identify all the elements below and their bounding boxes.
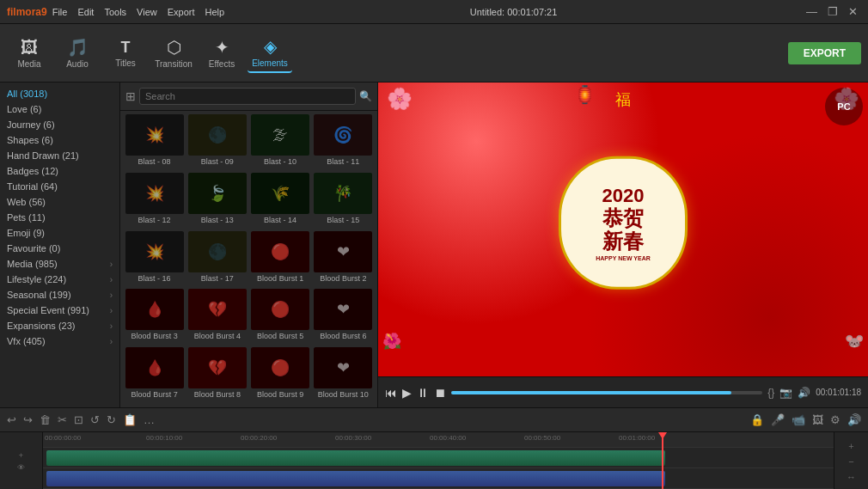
add-track-icon[interactable]: + <box>19 451 23 460</box>
timeline-zoom-out[interactable]: − <box>848 456 853 467</box>
camera-icon[interactable]: 📹 <box>792 413 805 426</box>
cut-icon[interactable]: ✂ <box>58 413 67 426</box>
toolbar-audio[interactable]: 🎵 Audio <box>55 34 100 72</box>
sidebar-item-web[interactable]: Web (56) <box>0 194 119 210</box>
grid-item[interactable]: 🩸 Blood Burst 7 <box>124 347 185 404</box>
crop-icon[interactable]: ⊡ <box>74 413 83 426</box>
grid-item[interactable]: 💥 Blast - 08 <box>124 114 185 171</box>
happy-new-year-text: HAPPY NEW YEAR <box>596 255 651 261</box>
sidebar-item-media[interactable]: Media (985) › <box>0 256 119 272</box>
maximize-icon[interactable]: ❐ <box>824 5 841 18</box>
minimize-icon[interactable]: — <box>803 5 821 18</box>
grid-item-label: Blast - 14 <box>251 214 309 226</box>
grid-item[interactable]: 🌾 Blast - 14 <box>250 173 311 229</box>
sidebar-item-all[interactable]: All (3018) <box>0 86 119 101</box>
skip-back-button[interactable]: ⏮ <box>385 386 397 400</box>
effects-icon: ✦ <box>215 37 229 58</box>
redo-icon[interactable]: ↪ <box>23 413 33 426</box>
export-button[interactable]: EXPORT <box>788 42 861 64</box>
audio-clip[interactable] <box>46 471 665 486</box>
sidebar-item-vfx[interactable]: Vfx (405) › <box>0 333 119 349</box>
rotate-left-icon[interactable]: ↺ <box>90 413 100 426</box>
menu-view[interactable]: View <box>137 7 157 17</box>
search-input[interactable] <box>139 88 356 105</box>
scissors-icon[interactable]: {} <box>767 387 774 399</box>
grid-item[interactable]: 🌫 Blast - 10 <box>250 114 311 171</box>
mic-icon[interactable]: 🎤 <box>771 413 785 426</box>
grid-item[interactable]: 💔 Blood Burst 8 <box>186 347 248 404</box>
lock-icon[interactable]: 🔒 <box>750 413 764 426</box>
snapshot-timeline-icon[interactable]: 🖼 <box>812 413 823 426</box>
snapshot-icon[interactable]: 📷 <box>779 387 792 399</box>
grid-thumb: ❤ <box>314 289 372 330</box>
grid-item[interactable]: 🌑 Blast - 09 <box>186 114 248 171</box>
sidebar-item-pets[interactable]: Pets (11) <box>0 210 119 225</box>
timeline-fit[interactable]: ↔ <box>847 472 856 482</box>
sidebar-item-lifestyle[interactable]: Lifestyle (224) › <box>0 272 119 287</box>
playhead[interactable] <box>662 432 663 489</box>
search-icon[interactable]: 🔍 <box>359 90 372 102</box>
sidebar-item-tutorial[interactable]: Tutorial (64) <box>0 179 119 194</box>
ruler-mark-6: 00:01:00:00 <box>619 434 655 442</box>
menu-file[interactable]: File <box>52 7 68 17</box>
arrow-icon: › <box>110 321 113 331</box>
close-icon[interactable]: ✕ <box>845 5 861 18</box>
year-number: 2020 <box>602 185 645 207</box>
sidebar-item-expansions[interactable]: Expansions (23) › <box>0 318 119 333</box>
play-button[interactable]: ▶ <box>402 386 412 400</box>
sidebar-item-handdrawn[interactable]: Hand Drawn (21) <box>0 148 119 163</box>
track-eye-icon[interactable]: 👁 <box>17 463 25 472</box>
rotate-right-icon[interactable]: ↻ <box>107 413 116 426</box>
toolbar-effects[interactable]: ✦ Effects <box>199 34 244 72</box>
menu-edit[interactable]: Edit <box>77 7 94 17</box>
grid-item[interactable]: ❤ Blood Burst 10 <box>313 347 374 404</box>
toolbar-elements[interactable]: ◈ Elements <box>248 33 292 73</box>
grid-item[interactable]: 🍃 Blast - 13 <box>186 173 248 229</box>
copy-icon[interactable]: 📋 <box>123 413 137 426</box>
grid-item-label: Blood Burst 5 <box>251 330 309 342</box>
more-icon[interactable]: … <box>144 413 155 426</box>
grid-item[interactable]: 🔴 Blood Burst 9 <box>250 347 311 404</box>
undo-icon[interactable]: ↩ <box>7 413 16 426</box>
grid-layout-icon[interactable]: ⊞ <box>125 89 136 103</box>
grid-item[interactable]: 🌑 Blast - 17 <box>186 231 248 288</box>
volume-icon[interactable]: 🔊 <box>798 387 810 399</box>
grid-item[interactable]: 🔴 Blood Burst 5 <box>250 289 311 345</box>
grid-item[interactable]: 🔴 Blood Burst 1 <box>250 231 311 288</box>
grid-item-label: Blood Burst 2 <box>314 272 372 284</box>
menu-tools[interactable]: Tools <box>104 7 126 17</box>
sidebar-item-emoji[interactable]: Emoji (9) <box>0 225 119 241</box>
grid-item[interactable]: ❤ Blood Burst 2 <box>313 231 374 288</box>
progress-bar[interactable] <box>451 391 762 394</box>
volume-timeline-icon[interactable]: 🔊 <box>847 413 861 426</box>
toolbar-media[interactable]: 🖼 Media <box>7 34 52 72</box>
grid-item[interactable]: 💥 Blast - 16 <box>124 231 185 288</box>
grid-item[interactable]: 🌀 Blast - 11 <box>313 114 374 171</box>
sidebar-item-seasonal[interactable]: Seasonal (199) › <box>0 287 119 303</box>
pause-button[interactable]: ⏸ <box>417 386 429 400</box>
grid-item[interactable]: 🩸 Blood Burst 3 <box>124 289 185 345</box>
sidebar-item-love[interactable]: Love (6) <box>0 101 119 117</box>
settings-icon[interactable]: ⚙ <box>830 413 840 426</box>
sidebar-item-badges[interactable]: Badges (12) <box>0 163 119 179</box>
toolbar-transition[interactable]: ⬡ Transition <box>151 34 196 72</box>
grid-item[interactable]: 💔 Blood Burst 4 <box>186 289 248 345</box>
toolbar-titles[interactable]: T Titles <box>103 35 148 71</box>
delete-icon[interactable]: 🗑 <box>40 413 51 426</box>
window-controls[interactable]: — ❐ ✕ <box>803 5 861 18</box>
grid-thumb: 🩸 <box>125 347 184 388</box>
timeline-zoom-in[interactable]: + <box>848 441 853 451</box>
sidebar-item-favourite[interactable]: Favourite (0) <box>0 241 119 256</box>
video-clip[interactable] <box>46 450 665 466</box>
menu-export[interactable]: Export <box>168 7 195 17</box>
sidebar-item-shapes[interactable]: Shapes (6) <box>0 132 119 148</box>
grid-item[interactable]: 🎋 Blast - 15 <box>313 173 374 229</box>
grid-item[interactable]: 💥 Blast - 12 <box>124 173 185 229</box>
stop-button[interactable]: ⏹ <box>434 386 446 400</box>
menu-help[interactable]: Help <box>205 7 225 17</box>
sidebar-item-journey[interactable]: Journey (6) <box>0 117 119 132</box>
grid-item[interactable]: ❤ Blood Burst 6 <box>313 289 374 345</box>
sidebar-item-special[interactable]: Special Event (991) › <box>0 303 119 318</box>
menu-bar[interactable]: File Edit Tools View Export Help <box>52 7 224 17</box>
timeline-track-area: 00:00:00:00 00:00:10:00 00:00:20:00 00:0… <box>43 432 834 489</box>
